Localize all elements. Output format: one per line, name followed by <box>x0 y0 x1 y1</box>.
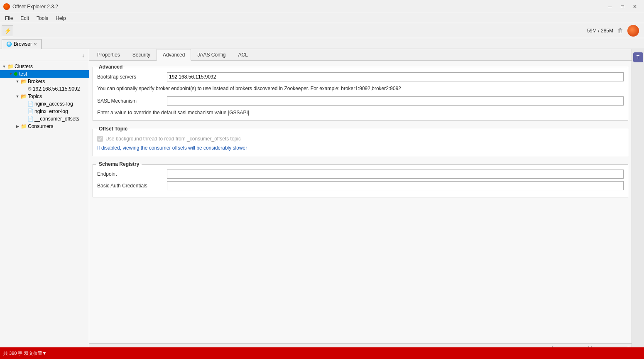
tab-acl[interactable]: ACL <box>232 49 254 61</box>
close-button[interactable]: ✕ <box>629 2 641 11</box>
sasl-input[interactable] <box>167 96 624 106</box>
consumers-folder-icon: 📁 <box>21 123 27 129</box>
topics-arrow: ▼ <box>15 94 20 98</box>
schema-registry-body: Endpoint Basic Auth Credentials <box>93 167 628 197</box>
main-layout: ↓ ▼ 📁 Clusters ▼ test ▼ 📂 Brokers ⚙ 192.… <box>0 49 644 357</box>
clusters-folder-icon: 📁 <box>7 64 14 69</box>
content-area: Properties Security Advanced JAAS Config… <box>89 49 632 357</box>
tab-security-label: Security <box>132 52 150 58</box>
offset-topic-checkbox[interactable] <box>97 136 103 142</box>
broker-icon: ⚙ <box>27 86 32 92</box>
tree-node-nginx-access-log[interactable]: 📄 nginx_access-log <box>0 100 89 108</box>
tab-jaas-config[interactable]: JAAS Config <box>191 49 232 61</box>
bootstrap-description: You can optionally specify broker endpoi… <box>97 84 624 92</box>
consumers-arrow: ▶ <box>15 124 20 128</box>
sasl-description: Enter a value to override the default sa… <box>97 108 624 116</box>
menu-tools[interactable]: Tools <box>33 15 51 22</box>
tree-node-consumers[interactable]: ▶ 📁 Consumers <box>0 123 89 130</box>
consumers-label: Consumers <box>28 123 53 129</box>
browser-tab-close[interactable]: ✕ <box>34 42 37 47</box>
advanced-panel: Advanced Bootstrap servers You can optio… <box>89 61 632 343</box>
toolbar-left: ⚡ <box>2 25 13 36</box>
broker-ip-label: 192.168.56.115:9092 <box>33 86 80 92</box>
tab-security[interactable]: Security <box>126 49 157 61</box>
title-bar-left: Offset Explorer 2.3.2 <box>3 3 58 10</box>
test-status-indicator <box>14 72 17 76</box>
nginx-error-log-label: nginx_error-log <box>34 108 68 114</box>
offset-topic-body: Use background thread to read from _cons… <box>93 132 628 156</box>
menu-file[interactable]: File <box>2 15 16 22</box>
endpoint-label: Endpoint <box>97 171 164 177</box>
browser-tab[interactable]: 🌐 Browser ✕ <box>2 39 42 49</box>
status-bar: 共 390 手 双文位置▼ <box>0 347 644 359</box>
tab-advanced[interactable]: Advanced <box>157 49 191 61</box>
offset-topic-checkbox-row: Use background thread to read from _cons… <box>97 134 624 143</box>
offset-topic-checkbox-label: Use background thread to read from _cons… <box>105 136 241 142</box>
topics-label: Topics <box>28 93 42 99</box>
brokers-arrow: ▼ <box>15 79 20 84</box>
title-bar: Offset Explorer 2.3.2 ─ □ ✕ <box>0 0 644 13</box>
auth-label: Basic Auth Credentials <box>97 183 164 189</box>
title-bar-controls: ─ □ ✕ <box>604 2 641 11</box>
status-text: 共 390 手 双文位置▼ <box>3 350 47 357</box>
consumer-offsets-label: __consumer_offsets <box>34 116 79 122</box>
app-icon <box>3 3 10 10</box>
trash-icon: 🗑 <box>617 27 623 34</box>
clusters-label: Clusters <box>15 64 33 69</box>
tree-node-brokers[interactable]: ▼ 📂 Brokers <box>0 78 89 85</box>
tree-node-topics[interactable]: ▼ 📂 Topics <box>0 93 89 100</box>
clusters-arrow: ▼ <box>2 64 7 69</box>
endpoint-row: Endpoint <box>97 170 624 179</box>
tree-node-clusters[interactable]: ▼ 📁 Clusters <box>0 63 89 70</box>
browser-tab-label: Browser <box>14 41 32 47</box>
tree-node-broker-ip[interactable]: ⚙ 192.168.56.115:9092 <box>0 85 89 93</box>
topic-icon-1: 📄 <box>27 101 34 107</box>
endpoint-input[interactable] <box>167 170 624 179</box>
auth-input[interactable] <box>167 181 624 190</box>
memory-label: 59M / 285M <box>587 28 613 34</box>
auth-row: Basic Auth Credentials <box>97 181 624 190</box>
advanced-section-body: Bootstrap servers You can optionally spe… <box>93 70 628 120</box>
bootstrap-input[interactable] <box>167 72 624 81</box>
trash-button[interactable]: 🗑 <box>616 26 625 35</box>
offset-topic-section: Offset Topic Use background thread to re… <box>93 126 628 156</box>
connect-icon: ⚡ <box>4 27 11 34</box>
tree-node-test[interactable]: ▼ test <box>0 70 89 78</box>
menu-edit[interactable]: Edit <box>17 15 32 22</box>
toolbar-right: 59M / 285M 🗑 <box>587 25 642 37</box>
bootstrap-row: Bootstrap servers <box>97 72 624 81</box>
toolbar-connect-button[interactable]: ⚡ <box>2 25 13 36</box>
menu-help[interactable]: Help <box>52 15 69 22</box>
sidebar-expand-button[interactable]: ↓ <box>79 52 87 60</box>
schema-registry-section: Schema Registry Endpoint Basic Auth Cred… <box>93 161 628 197</box>
tab-jaas-config-label: JAAS Config <box>197 52 225 58</box>
tab-properties[interactable]: Properties <box>91 49 126 61</box>
test-arrow: ▼ <box>8 72 13 76</box>
right-side-panel: T <box>632 49 644 357</box>
tab-strip: Properties Security Advanced JAAS Config… <box>89 49 632 61</box>
tab-acl-label: ACL <box>238 52 247 58</box>
brokers-folder-icon: 📂 <box>21 79 27 84</box>
test-label: test <box>19 71 27 77</box>
offset-topic-description: If disabled, viewing the consumer offset… <box>97 143 624 152</box>
offset-topic-title: Offset Topic <box>96 126 130 132</box>
sasl-row: SASL Mechanism <box>97 96 624 106</box>
brokers-label: Brokers <box>28 79 45 84</box>
maximize-button[interactable]: □ <box>617 2 628 11</box>
tree-node-nginx-error-log[interactable]: 📄 nginx_error-log <box>0 108 89 115</box>
sasl-label: SASL Mechanism <box>97 98 164 104</box>
tab-advanced-label: Advanced <box>163 52 185 58</box>
sidebar: ↓ ▼ 📁 Clusters ▼ test ▼ 📂 Brokers ⚙ 192.… <box>0 49 89 357</box>
topic-icon-3: 📄 <box>27 116 34 122</box>
app-title: Offset Explorer 2.3.2 <box>12 4 58 10</box>
minimize-button[interactable]: ─ <box>604 2 616 11</box>
bootstrap-label: Bootstrap servers <box>97 74 164 80</box>
topics-folder-icon: 📂 <box>21 93 27 99</box>
nginx-access-log-label: nginx_access-log <box>34 101 73 107</box>
schema-registry-title: Schema Registry <box>96 161 142 167</box>
tree-node-consumer-offsets[interactable]: 📄 __consumer_offsets <box>0 115 89 123</box>
sidebar-toolbar: ↓ <box>0 51 89 61</box>
user-avatar <box>627 25 639 37</box>
advanced-section: Advanced Bootstrap servers You can optio… <box>93 64 628 121</box>
menu-bar: File Edit Tools Help <box>0 13 644 23</box>
